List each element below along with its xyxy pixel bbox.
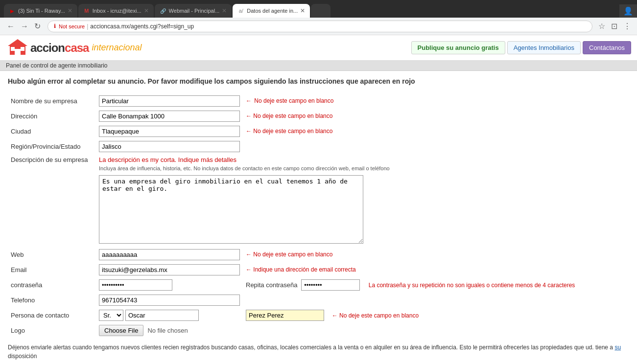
control-panel-label: Panel de control de agente inmobiliario [6,62,107,69]
bookmark-icon[interactable]: ☆ [596,21,607,32]
logo-house-svg [6,38,29,56]
back-button[interactable]: ← [4,20,18,33]
direccion-error: ← No deje este campo en blanco [243,109,629,124]
web-row: Web ← No deje este campo en blanco [8,247,629,262]
telefono-label: Telefono [8,293,96,308]
direccion-input-cell [96,109,243,124]
nav-link-publish[interactable]: Publique su anuncio gratis [411,41,505,54]
tab-close-2[interactable]: ✕ [144,7,149,14]
tab-3[interactable]: 🔗 Webmail - Principal... ✕ [155,4,232,18]
region-no-error [243,139,629,154]
region-row: Región/Provincia/Estado [8,139,629,154]
email-input[interactable] [99,264,240,275]
tab-bar: ▶ (3) Sin Ti - Raway... ✕ M Inbox - icru… [0,0,637,18]
tab-4[interactable]: a/ Datos del agente in... ✕ [233,4,310,18]
nombre-row: Nombre de su empresa ← No deje este camp… [8,93,629,109]
svg-rect-2 [15,49,21,55]
tab-favicon-4: a/ [237,7,244,14]
nombre-error: ← No deje este campo en blanco [243,93,629,109]
nombre-input[interactable] [99,95,240,107]
descripcion-error: La descripción es my corta. Indique más … [96,154,243,165]
repita-input[interactable] [301,279,360,291]
tab-title-2: Inbox - icruz@itexi... [93,8,142,14]
logo-row: Logo Choose File No file chosen [8,323,629,338]
svg-rect-3 [11,47,15,51]
url-separator: | [87,23,88,30]
reload-button[interactable]: ↻ [31,20,44,33]
svg-rect-4 [21,47,24,51]
choose-file-button[interactable]: Choose File [99,325,143,336]
alert-link[interactable]: su [614,344,621,351]
site-header: accioncasa internacional Publique su anu… [0,35,637,61]
nav-link-agents[interactable]: Agentes Inmobiliarios [507,41,581,54]
agent-form: Nombre de su empresa ← No deje este camp… [8,93,629,338]
logo-label: Logo [8,323,96,338]
direccion-error-arrow: ← No deje este campo en blanco [246,113,332,119]
profile-icon[interactable]: 👤 [619,4,637,18]
logo-file-area: Choose File No file chosen [99,325,626,336]
contrasena-repeat-cell: Repita contraseña La contraseña y su rep… [243,277,629,293]
menu-icon[interactable]: ⋮ [621,21,633,32]
contrasena-label: contraseña [8,277,96,293]
persona-apellido-input[interactable] [246,310,324,321]
contrasena-input[interactable] [99,279,172,291]
url-text[interactable]: accioncasa.mx/agents.cgi?self=sign_up [90,23,586,30]
tab-close-1[interactable]: ✕ [68,7,72,14]
telefono-row: Telefono [8,293,629,308]
tab-5[interactable] [311,4,330,18]
descripcion-textarea[interactable]: Es una empresa del giro inmobiliario en … [99,175,363,244]
no-file-label: No file chosen [147,327,188,334]
web-input[interactable] [99,249,240,260]
tab-title-1: (3) Sin Ti - Raway... [18,8,65,14]
nombre-label: Nombre de su empresa [8,93,96,109]
region-input[interactable] [99,141,240,152]
email-label: Email [8,262,96,277]
top-nav-links: Publique su anuncio gratis Agentes Inmob… [411,41,631,54]
direccion-input[interactable] [99,111,240,122]
repita-label: Repita contraseña [246,281,300,289]
tab-favicon-1: ▶ [9,7,16,14]
nombre-error-arrow: ← [246,97,252,104]
descripcion-textarea-cell: Es una empresa del giro inmobiliario en … [96,173,629,247]
forward-button[interactable]: → [18,20,31,33]
svg-marker-0 [8,39,27,46]
ciudad-error: ← No deje este campo en blanco [243,124,629,139]
tab-title-4: Datos del agente in... [247,8,298,14]
tab-close-4[interactable]: ✕ [300,7,305,14]
telefono-input[interactable] [99,295,240,306]
alert-section: Déjenos enviarle alertas cuando tengamos… [8,343,629,364]
telefono-input-cell [96,293,243,308]
nav-link-contact[interactable]: Contáctanos [583,41,631,54]
web-input-cell [96,247,243,262]
email-error: ← Indique una dirección de email correct… [243,262,629,277]
email-row: Email ← Indique una dirección de email c… [8,262,629,277]
ciudad-row: Ciudad ← No deje este campo en blanco [8,124,629,139]
persona-salutation-select[interactable]: Sr. Sra. Dr. Lic. [99,310,123,321]
control-panel-bar: Panel de control de agente inmobiliario [0,61,637,71]
logo[interactable]: accioncasa internacional [6,38,142,57]
ciudad-input[interactable] [99,126,240,137]
persona-nombre-input[interactable] [125,310,199,321]
tab-favicon-3: 🔗 [160,7,166,14]
logo-input-cell: Choose File No file chosen [96,323,629,338]
lock-icon: ℹ [54,23,56,29]
direccion-row: Dirección ← No deje este campo en blanco [8,109,629,124]
url-bar[interactable]: ℹ Not secure | accioncasa.mx/agents.cgi?… [47,21,592,32]
descripcion-textarea-row: Es una empresa del giro inmobiliario en … [8,173,629,247]
tab-2[interactable]: M Inbox - icruz@itexi... ✕ [78,4,154,18]
tab-favicon-2: M [83,7,90,14]
main-content: Hubo algún error al completar su anuncio… [0,71,637,364]
persona-error: ← No deje este campo en blanco [328,312,419,319]
web-label: Web [8,247,96,262]
descripcion-label: Descripción de su empresa [8,154,96,165]
persona-input-cell: Sr. Sra. Dr. Lic. [96,308,243,323]
browser-chrome: ▶ (3) Sin Ti - Raway... ✕ M Inbox - icru… [0,0,637,35]
tab-title-3: Webmail - Principal... [169,8,220,14]
direccion-label: Dirección [8,109,96,124]
tab-1[interactable]: ▶ (3) Sin Ti - Raway... ✕ [4,4,77,18]
descripcion-label-row: Descripción de su empresa La descripción… [8,154,629,165]
tab-close-3[interactable]: ✕ [222,7,227,14]
cast-icon[interactable]: ⊡ [609,21,619,32]
ciudad-label: Ciudad [8,124,96,139]
contrasena-input-cell [96,277,243,293]
